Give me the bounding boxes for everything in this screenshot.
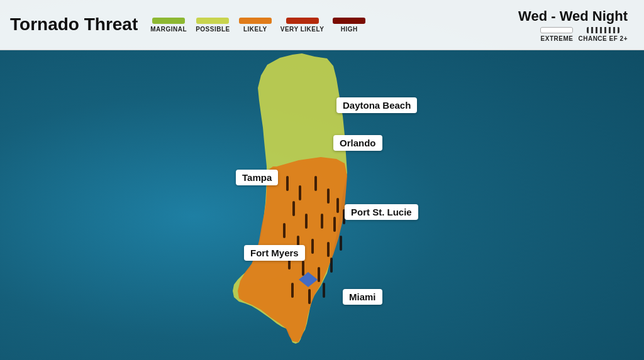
svg-rect-2: [314, 176, 317, 191]
chance-ef2-label: CHANCE EF 2+: [578, 35, 628, 42]
city-label-daytona-beach: Daytona Beach: [336, 97, 417, 113]
svg-rect-4: [336, 198, 339, 213]
likely-label: LIKELY: [243, 26, 267, 33]
svg-rect-1: [299, 185, 301, 200]
city-label-port-st-lucie: Port St. Lucie: [345, 204, 418, 220]
legend-possible: POSSIBLE: [196, 18, 230, 33]
city-label-orlando: Orlando: [333, 135, 382, 151]
high-bar: [333, 18, 365, 24]
svg-rect-6: [305, 214, 308, 229]
legend-chance-ef2: CHANCE EF 2+: [578, 27, 628, 42]
legend-extreme: EXTREME: [540, 27, 573, 42]
svg-rect-13: [327, 242, 330, 257]
chance-ef2-bar: [587, 27, 619, 33]
likely-bar: [239, 18, 272, 24]
city-label-miami: Miami: [343, 289, 382, 305]
svg-rect-0: [286, 176, 289, 191]
svg-rect-3: [327, 188, 330, 204]
header-overlay: Tornado Threat MARGINAL POSSIBLE LIKELY …: [0, 0, 644, 50]
legend-likely: LIKELY: [239, 18, 272, 33]
main-title: Tornado Threat: [10, 15, 138, 35]
legend-high: HIGH: [333, 18, 365, 33]
svg-rect-16: [302, 261, 304, 276]
very-likely-label: VERY LIKELY: [280, 26, 325, 33]
legend-section: MARGINAL POSSIBLE LIKELY VERY LIKELY HIG…: [150, 18, 518, 33]
svg-rect-20: [308, 289, 311, 304]
svg-rect-21: [323, 283, 325, 298]
svg-rect-14: [340, 236, 342, 251]
svg-rect-12: [311, 239, 314, 254]
very-likely-bar: [286, 18, 319, 24]
possible-bar: [196, 18, 229, 24]
date-legend: EXTREME CHANCE EF 2+: [540, 27, 628, 42]
svg-rect-19: [291, 283, 294, 298]
legend-marginal: MARGINAL: [150, 18, 187, 33]
svg-rect-17: [318, 267, 320, 282]
high-label: HIGH: [341, 26, 358, 33]
city-label-fort-myers: Fort Myers: [244, 245, 305, 261]
date-title: Wed - Wed Night: [518, 8, 628, 25]
possible-label: POSSIBLE: [196, 26, 230, 33]
svg-rect-10: [283, 223, 286, 238]
extreme-label: EXTREME: [541, 35, 574, 42]
svg-rect-7: [321, 214, 323, 229]
legend-very-likely: VERY LIKELY: [280, 18, 325, 33]
svg-rect-5: [292, 201, 295, 216]
marginal-bar: [152, 18, 185, 24]
title-section: Tornado Threat: [10, 15, 138, 35]
svg-rect-8: [333, 217, 336, 232]
city-label-tampa: Tampa: [236, 170, 278, 185]
marginal-label: MARGINAL: [150, 26, 187, 33]
svg-rect-18: [330, 258, 333, 273]
map-container: Daytona Beach Orlando Tampa Port St. Luc…: [0, 0, 644, 360]
extreme-bar: [540, 27, 573, 33]
date-section: Wed - Wed Night EXTREME CHANCE EF 2+: [518, 8, 628, 42]
